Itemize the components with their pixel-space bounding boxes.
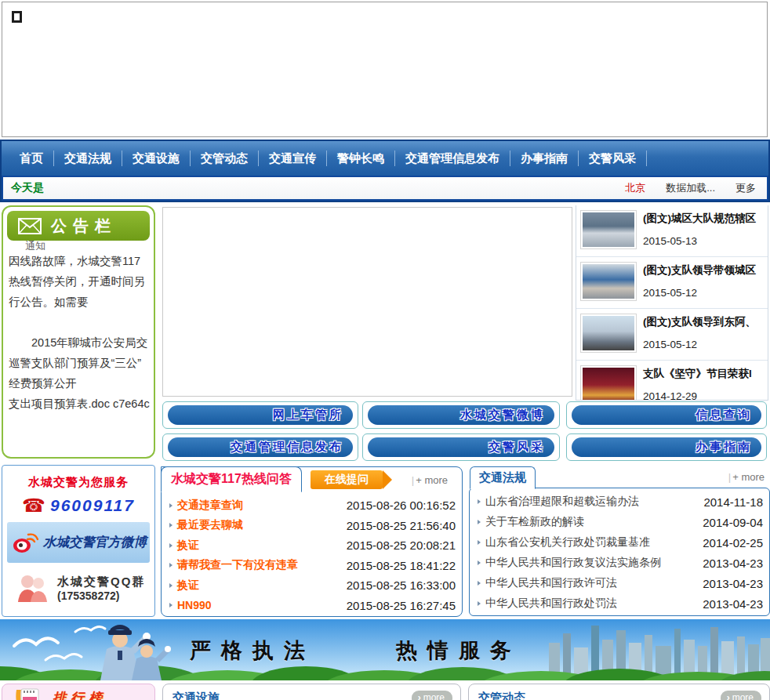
- announcement-paragraph-1: 因线路故障，水城交警117热线暂停关闭，开通时间另行公告。如需要: [9, 251, 151, 312]
- law-item[interactable]: 中华人民共和国行政处罚法 2013-04-23: [476, 593, 763, 614]
- news-item[interactable]: (图文)城区大队规范辖区 2015-05-13: [576, 205, 768, 257]
- qa-title[interactable]: 请帮我查一下有没有违章: [177, 558, 298, 572]
- quick-link-weibo[interactable]: 水城交警微博: [362, 401, 560, 429]
- qa-item[interactable]: 交通违章查询 2015-08-26 00:16:52: [168, 495, 456, 516]
- law-item[interactable]: 山东省治理超限和超载运输办法 2014-11-18: [476, 491, 763, 512]
- mail-icon: [18, 218, 42, 234]
- news-date: 2015-05-13: [643, 235, 756, 247]
- law-item[interactable]: 关于车检新政的解读 2014-09-04: [476, 512, 763, 532]
- today-bar: 今天是 北京 数据加载... 更多: [3, 177, 767, 199]
- laws-tab-label: 交通法规: [479, 470, 526, 485]
- news-title[interactable]: (图文)支队领导到东阿、: [643, 315, 756, 329]
- law-date: 2013-04-23: [703, 597, 763, 611]
- ranking-title: 排行榜: [53, 689, 107, 700]
- dynamics-title: 交管动态: [478, 691, 525, 700]
- dynamics-more-button[interactable]: ›more: [721, 691, 761, 700]
- qa-item[interactable]: 换证 2015-08-25 16:33:00: [168, 575, 456, 596]
- law-item[interactable]: 中华人民共和国行政许可法 2013-04-23: [476, 573, 763, 593]
- nav-item-alarm-bell[interactable]: 警钟长鸣: [327, 151, 395, 166]
- qa-item[interactable]: 换证 2015-08-25 20:08:21: [168, 535, 456, 556]
- qa-time: 2015-08-26 00:16:52: [347, 499, 456, 512]
- law-title[interactable]: 山东省公安机关行政处罚裁量基准: [485, 535, 650, 549]
- facilities-title: 交通设施: [173, 691, 220, 700]
- service-panel: 水城交警为您服务 ☎ 96009117 水城交警官方微博 水城交警QQ群 (17…: [2, 465, 155, 617]
- qa-item[interactable]: 请帮我查一下有没有违章 2015-08-25 18:41:22: [168, 556, 456, 576]
- city-link[interactable]: 北京: [625, 181, 645, 195]
- nav-item-info-release[interactable]: 交通管理信息发布: [395, 151, 510, 166]
- law-item[interactable]: 中华人民共和国行政复议法实施条例 2013-04-23: [476, 553, 763, 573]
- qa-title[interactable]: 交通违章查询: [177, 499, 243, 513]
- nav-item-home[interactable]: 首页: [9, 151, 54, 166]
- qa-time: 2015-08-25 21:56:40: [347, 519, 456, 532]
- bullet-arrow-icon: [169, 503, 173, 508]
- qa-title[interactable]: 最近要去聊城: [177, 518, 243, 532]
- bullet-arrow-icon: [478, 560, 481, 565]
- ranking-box[interactable]: 排行榜: [2, 684, 155, 700]
- chevron-icon: ›: [418, 692, 421, 700]
- announcement-attachment-link[interactable]: 支出项目预算表.doc c7e64c: [9, 394, 151, 414]
- nav-item-police-style[interactable]: 交警风采: [579, 151, 647, 166]
- law-title[interactable]: 关于车检新政的解读: [485, 515, 584, 529]
- chevron-icon: ›: [727, 692, 730, 700]
- laws-more-link[interactable]: |+ more: [728, 471, 765, 483]
- law-title[interactable]: 中华人民共和国行政处罚法: [485, 597, 617, 611]
- news-item[interactable]: (图文)支队领导带领城区 2015-05-12: [576, 257, 768, 309]
- hotline-number: 96009117: [50, 496, 135, 515]
- quick-link-label: 网上车管所: [273, 408, 343, 423]
- quick-link-info-query[interactable]: 信息查询: [566, 401, 767, 429]
- quick-link-label: 信息查询: [696, 408, 752, 423]
- nav-item-traffic-laws[interactable]: 交通法规: [54, 151, 122, 166]
- law-date: 2013-04-23: [703, 577, 763, 590]
- slogan-banner: 严格执法 热情服务: [0, 619, 770, 680]
- announcement-paragraph-2: 2015年聊城市公安局交巡警支队部门预算及“三公”经费预算公开: [9, 332, 151, 394]
- law-title[interactable]: 中华人民共和国行政许可法: [485, 576, 617, 590]
- qa-title[interactable]: HN990: [177, 599, 212, 611]
- law-title[interactable]: 山东省治理超限和超载运输办法: [485, 495, 639, 509]
- nav-item-service-guide[interactable]: 办事指南: [510, 151, 579, 166]
- news-item[interactable]: 支队《坚守》节目荣获l 2014-12-29: [576, 361, 768, 401]
- quick-link-info-release[interactable]: 交通管理信息发布: [162, 433, 358, 461]
- law-date: 2014-11-18: [703, 495, 763, 509]
- news-title[interactable]: 支队《坚守》节目荣获l: [643, 367, 752, 381]
- laws-tab[interactable]: 交通法规: [470, 466, 536, 489]
- quick-link-vehicle-office[interactable]: 网上车管所: [162, 401, 358, 429]
- news-title[interactable]: (图文)城区大队规范辖区: [643, 212, 756, 226]
- bullet-arrow-icon: [169, 563, 173, 568]
- qa-item[interactable]: HN990 2015-08-25 16:27:45: [168, 596, 456, 616]
- page-header-box: [2, 2, 768, 137]
- bullet-arrow-icon: [478, 520, 481, 524]
- more-label: + more: [732, 471, 765, 483]
- weather-more-link[interactable]: 更多: [735, 181, 756, 195]
- bullet-arrow-icon: [478, 540, 481, 545]
- weather-loading-text: 数据加载...: [666, 181, 715, 195]
- news-item[interactable]: (图文)支队领导到东阿、 2015-05-12: [576, 309, 768, 361]
- law-item[interactable]: 山东省公安机关行政处罚裁量基准 2014-02-25: [476, 532, 763, 553]
- weibo-banner[interactable]: 水城交警官方微博: [7, 522, 150, 563]
- nav-item-traffic-news[interactable]: 交管动态: [191, 151, 259, 166]
- qq-group[interactable]: 水城交警QQ群 (175358272): [2, 572, 154, 604]
- ask-online-button[interactable]: 在线提问: [311, 470, 383, 489]
- bullet-arrow-icon: [478, 601, 481, 606]
- news-title[interactable]: (图文)支队领导带领城区: [643, 263, 756, 277]
- quick-link-service-guide[interactable]: 办事指南: [566, 433, 767, 461]
- qa-title[interactable]: 换证: [177, 578, 199, 593]
- qq-group-icon: [15, 572, 49, 604]
- law-title[interactable]: 中华人民共和国行政复议法实施条例: [485, 556, 661, 570]
- calendar-icon: [13, 687, 40, 700]
- nav-item-traffic-facilities[interactable]: 交通设施: [122, 151, 191, 166]
- qa-more-link[interactable]: |+ more: [412, 474, 448, 486]
- news-date: 2015-05-12: [643, 339, 756, 350]
- quick-link-label: 交警风采: [489, 440, 545, 455]
- more-divider: |: [728, 471, 731, 483]
- image-slider-placeholder[interactable]: [162, 207, 572, 397]
- nav-item-traffic-publicity[interactable]: 交通宣传: [259, 151, 327, 166]
- qa-item[interactable]: 最近要去聊城 2015-08-25 21:56:40: [168, 516, 456, 536]
- today-label: 今天是: [11, 181, 44, 195]
- more-label: + more: [416, 474, 448, 486]
- laws-panel: 交通法规 |+ more 山东省治理超限和超载运输办法 2014-11-18 关…: [469, 488, 770, 616]
- quick-link-police-style[interactable]: 交警风采: [362, 433, 560, 461]
- facilities-more-button[interactable]: ›more: [412, 691, 452, 700]
- qa-tab[interactable]: 水城交警117热线问答: [161, 466, 302, 492]
- more-divider: |: [412, 474, 414, 486]
- qa-title[interactable]: 换证: [177, 539, 199, 553]
